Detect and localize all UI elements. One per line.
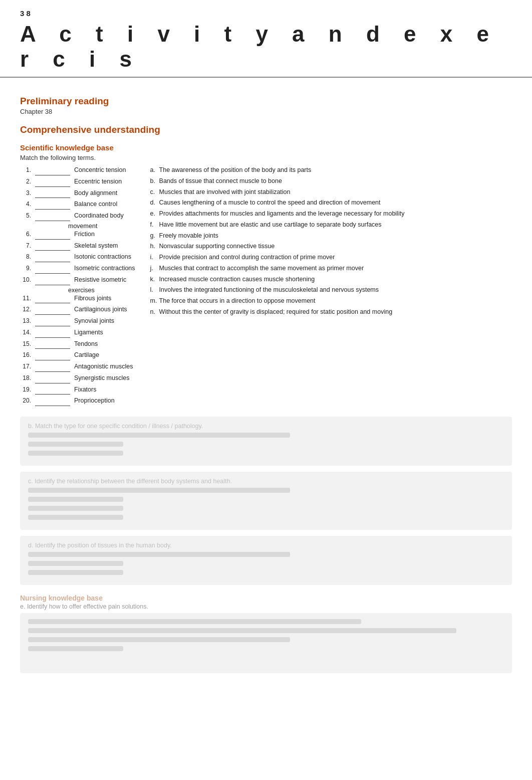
blurred-instruction-b: b. Match the type for one specific condi… — [28, 423, 504, 430]
item-label: Isometric contractions — [74, 264, 135, 274]
item-number: 8. — [20, 252, 31, 262]
item-number: 4. — [20, 200, 31, 210]
answer-text: Muscles that contract to accomplish the … — [159, 264, 364, 273]
match-right-column: a.The awareness of the position of the b… — [150, 165, 512, 408]
answer-blank[interactable] — [35, 328, 70, 338]
item-label: Fixators — [74, 385, 135, 395]
match-right-item: n.Without this the center of gravity is … — [150, 307, 512, 317]
item-number: 16. — [20, 350, 31, 360]
match-left-item: 7. Skeletal system — [20, 241, 135, 251]
answer-blank[interactable] — [35, 252, 70, 262]
answer-letter: d. — [150, 198, 157, 208]
item-number: 1. — [20, 165, 31, 175]
match-right-item: m.The force that occurs in a direction t… — [150, 296, 512, 306]
answer-blank[interactable] — [35, 211, 70, 221]
item-label: Proprioception — [74, 396, 135, 406]
answer-text: Provide precision and control during con… — [159, 253, 335, 262]
preliminary-heading: Preliminary reading — [20, 96, 512, 107]
answer-blank[interactable] — [35, 264, 70, 274]
answer-letter: l. — [150, 285, 157, 295]
item-label: Coordinated body — [74, 211, 135, 221]
answer-blank[interactable] — [35, 396, 70, 406]
answer-blank[interactable] — [35, 339, 70, 349]
item-label: Cartilage — [74, 350, 135, 360]
answer-text: Provides attachments for muscles and lig… — [159, 209, 405, 219]
page-number: 3 8 — [0, 0, 532, 18]
answer-letter: e. — [150, 209, 157, 219]
item-label: Friction — [74, 230, 135, 240]
answer-blank[interactable] — [35, 316, 70, 326]
match-left-item: 8. Isotonic contractions — [20, 252, 135, 262]
item-label: Ligaments — [74, 328, 135, 338]
answer-letter: a. — [150, 165, 157, 175]
item-number: 3. — [20, 188, 31, 199]
match-left-item: 10. Resistive isometric — [20, 275, 135, 285]
item-number: 10. — [20, 275, 31, 285]
answer-blank[interactable] — [35, 385, 70, 395]
match-right-item: l.Involves the integrated functioning of… — [150, 285, 512, 295]
answer-blank[interactable] — [35, 177, 70, 187]
match-left-item: 3. Body alignment — [20, 188, 135, 199]
answer-blank[interactable] — [35, 275, 70, 285]
item-continuation: exercises — [20, 287, 135, 294]
item-label: Antagonistic muscles — [74, 362, 135, 372]
match-left-item: 12. Cartilaginous joints — [20, 305, 135, 315]
match-right-item: g.Freely movable joints — [150, 231, 512, 241]
answer-text: Involves the integrated functioning of t… — [159, 285, 379, 295]
blurred-section-e — [20, 613, 512, 673]
item-number: 6. — [20, 230, 31, 240]
item-label: Synergistic muscles — [74, 373, 135, 383]
item-label: Tendons — [74, 339, 135, 349]
match-left-item: 6. Friction — [20, 230, 135, 240]
blurred-section-b: b. Match the type for one specific condi… — [20, 417, 512, 466]
blurred-section-c: c. Identify the relationship between the… — [20, 472, 512, 530]
answer-text: Muscles that are involved with joint sta… — [159, 187, 291, 197]
chapter-label: Chapter 38 — [20, 108, 512, 115]
match-left-item: 19. Fixators — [20, 385, 135, 395]
match-left-column: 1. Concentric tension2. Eccentric tensio… — [20, 165, 135, 408]
answer-letter: n. — [150, 307, 157, 317]
answer-blank[interactable] — [35, 188, 70, 199]
item-number: 5. — [20, 211, 31, 221]
item-number: 7. — [20, 241, 31, 251]
match-left-item: 15. Tendons — [20, 339, 135, 349]
item-label: Resistive isometric — [74, 275, 135, 285]
blurred-line — [28, 619, 361, 624]
answer-letter: j. — [150, 264, 157, 273]
blurred-line — [28, 488, 290, 493]
match-table: 1. Concentric tension2. Eccentric tensio… — [20, 165, 512, 408]
blurred-line — [28, 570, 123, 575]
scientific-heading: Scientific knowledge base — [20, 143, 512, 152]
blurred-line — [28, 628, 456, 633]
blurred-line — [28, 497, 123, 502]
blurred-line — [28, 451, 123, 456]
blurred-line — [28, 646, 123, 651]
answer-text: Bands of tissue that connect muscle to b… — [159, 176, 282, 186]
answer-letter: m. — [150, 296, 157, 306]
answer-text: Causes lengthening of a muscle to contro… — [159, 198, 381, 208]
answer-letter: c. — [150, 187, 157, 197]
answer-blank[interactable] — [35, 305, 70, 315]
answer-blank[interactable] — [35, 241, 70, 251]
answer-text: The awareness of the position of the bod… — [159, 165, 312, 175]
answer-blank[interactable] — [35, 373, 70, 383]
answer-blank[interactable] — [35, 294, 70, 304]
answer-blank[interactable] — [35, 362, 70, 372]
item-number: 19. — [20, 385, 31, 395]
blurred-line — [28, 433, 290, 438]
item-number: 20. — [20, 396, 31, 406]
blurred-line — [28, 637, 290, 642]
answer-blank[interactable] — [35, 350, 70, 360]
match-left-item: 5. Coordinated body — [20, 211, 135, 221]
item-label: Synovial joints — [74, 316, 135, 326]
match-right-item: b.Bands of tissue that connect muscle to… — [150, 176, 512, 186]
answer-letter: b. — [150, 176, 157, 186]
match-right-item: c.Muscles that are involved with joint s… — [150, 187, 512, 197]
answer-blank[interactable] — [35, 200, 70, 210]
item-label: Balance control — [74, 200, 135, 210]
match-left-item: 2. Eccentric tension — [20, 177, 135, 187]
answer-blank[interactable] — [35, 165, 70, 175]
item-number: 12. — [20, 305, 31, 315]
answer-blank[interactable] — [35, 230, 70, 240]
item-number: 9. — [20, 264, 31, 274]
